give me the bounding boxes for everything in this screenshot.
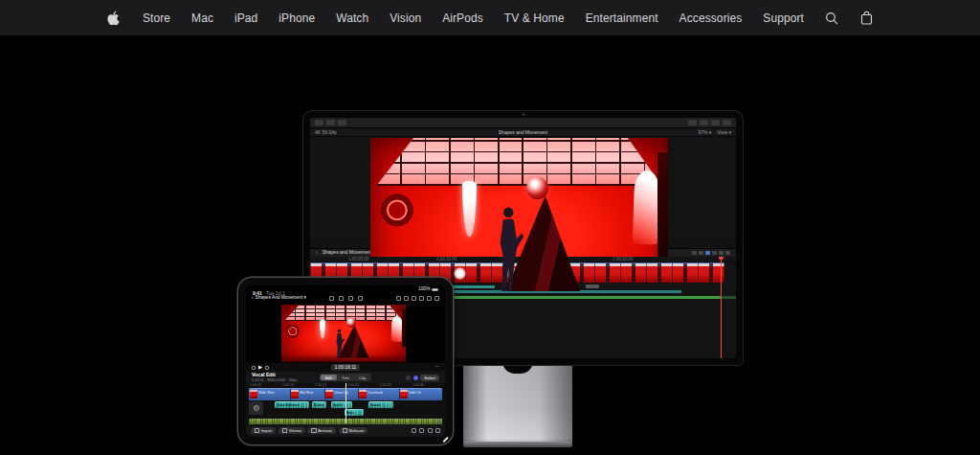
- audio-clip: Drums: [312, 401, 326, 408]
- index-icon: [692, 251, 697, 255]
- effects-icon: [412, 296, 416, 301]
- nav-item-airpods[interactable]: AirPods: [442, 11, 483, 25]
- timeline-back-icon: ‹: [316, 250, 318, 255]
- shopping-bag-icon[interactable]: [860, 11, 875, 25]
- nav-item-mac[interactable]: Mac: [191, 11, 213, 25]
- ruler-tick: 1:00:05: [246, 383, 278, 387]
- ceiling-light-grid: [376, 138, 662, 186]
- browser-toggle-icon: [688, 120, 697, 125]
- ruler-tick: 1:00:30: [409, 383, 441, 387]
- tools-icon: [699, 251, 703, 255]
- browser-icon: [396, 296, 401, 301]
- battery-indicator: 100%: [418, 287, 438, 292]
- ipad-bottom-toolbar: Import Volume Animate Multicam: [246, 424, 445, 437]
- snapping-icon: [712, 251, 717, 255]
- loop-icon: [252, 366, 256, 370]
- music-track-bar-dim: [721, 296, 736, 299]
- fcp-viewer-info-bar: 4K 59.94p Shapes and Movement 97% ▾ View…: [310, 128, 736, 137]
- clip-thumbnail: [359, 390, 367, 398]
- inspector-toggle-icon: [711, 120, 720, 125]
- timecode-chip: 1:00:16:11: [331, 364, 360, 371]
- clip-thumbnail: [400, 390, 408, 398]
- video-clip: Mid Shot: [291, 390, 313, 399]
- frame-highlight: [454, 267, 466, 280]
- multicam-button: Multicam: [339, 427, 368, 435]
- right-doorway: [657, 152, 668, 258]
- fcp-viewer: [310, 137, 736, 239]
- clip-boundary: [290, 389, 291, 400]
- nav-item-iphone[interactable]: iPhone: [278, 11, 315, 25]
- music-track-bar: [406, 296, 721, 299]
- nav-item-support[interactable]: Support: [763, 11, 804, 25]
- segment-clip: Clip: [354, 375, 370, 381]
- person-silhouette: [491, 206, 523, 293]
- audio-clip: Voice Enhance: [275, 401, 309, 408]
- studio-display-stand: [463, 361, 572, 447]
- audio-clip: Synth: [331, 401, 352, 408]
- timeline-tool-icons: [692, 251, 730, 255]
- overwrite-icon: [419, 428, 424, 433]
- insert-icon: [435, 428, 440, 433]
- ipad-device: 9:41 Tue Jul 1 100% ‹ Shapes And Movemen…: [238, 278, 453, 444]
- clip-thumbnail: [325, 390, 333, 398]
- nav-item-watch[interactable]: Watch: [336, 11, 368, 25]
- copy-icon: [339, 296, 344, 301]
- keyframe-box: 0: [249, 401, 263, 415]
- nav-item-tv-home[interactable]: TV & Home: [504, 11, 565, 25]
- back-chevron-icon: ‹: [252, 296, 254, 301]
- person-silhouette: [332, 329, 345, 359]
- clip-boundary: [324, 389, 325, 400]
- display-camera-dot: [522, 113, 524, 116]
- ruler-tick: 1:00:15: [311, 383, 344, 387]
- ipad-timeline: 1:00:05 1:00:10 1:00:15 1:00:20 1:00:25 …: [246, 383, 445, 437]
- video-clip: Side On: [400, 390, 421, 399]
- floating-sphere: [346, 318, 356, 328]
- audio-solo-icon: [719, 251, 724, 255]
- audio-clip: Vocals: [368, 401, 393, 408]
- ipad-status-bar: 9:41 Tue Jul 1 100%: [246, 285, 445, 293]
- right-arch-window: [633, 171, 660, 245]
- keyword-editor-icon: [338, 120, 346, 125]
- undo-icon: [329, 296, 334, 301]
- resize-handle-icon: [442, 437, 448, 443]
- video-clip: Wide Shot: [250, 390, 275, 399]
- left-light-slit: [320, 320, 325, 339]
- nav-item-ipad[interactable]: iPad: [234, 11, 257, 25]
- play-icon: ▶: [258, 365, 262, 371]
- nav-item-accessories[interactable]: Accessories: [679, 11, 743, 25]
- skimming-icon: [705, 251, 710, 255]
- titles-icon: [404, 296, 409, 301]
- ruler-tick: 1:00:05:00: [310, 257, 398, 262]
- right-tool-icons: [396, 296, 439, 301]
- video-frame-red-room-ipad: [281, 305, 406, 362]
- left-light-slit: [462, 181, 476, 237]
- nav-item-store[interactable]: Store: [143, 11, 170, 25]
- ipad-transport-bar: ▶ 1:00:16:11 ⋯: [246, 363, 445, 372]
- clip-thumbnail: [291, 390, 299, 398]
- mode-segmented-control: Edit Trim Clip: [320, 374, 371, 381]
- audio-clip: Bass: [345, 409, 364, 416]
- nav-item-entertainment[interactable]: Entertainment: [586, 11, 658, 25]
- segment-edit: Edit: [321, 375, 337, 381]
- global-nav: Store Mac iPad iPhone Watch Vision AirPo…: [0, 0, 980, 35]
- project-meta: 1:02:21 · 3840×2160 · 30fps: [252, 378, 298, 382]
- clip-thumbnail: [250, 390, 257, 398]
- ruler-tick: 1:00:10:00: [398, 257, 486, 262]
- playhead: [721, 257, 722, 359]
- wall-ring: [379, 193, 417, 231]
- apple-logo-icon[interactable]: [107, 11, 122, 25]
- battery-icon: [432, 288, 438, 291]
- right-doorway: [402, 309, 406, 346]
- search-icon[interactable]: [825, 11, 839, 25]
- append-icon: [428, 428, 433, 433]
- keyframe-value: 0: [254, 405, 259, 411]
- timeline-project-title: Shapes and Movement ▾: [323, 250, 375, 255]
- share-icon: [723, 120, 731, 125]
- ipad-project-header: Vocal Edit 1:02:21 · 3840×2160 · 30fps E…: [246, 372, 445, 383]
- ipad-app-toolbar: ‹ Shapes And Movement ▾: [246, 293, 445, 304]
- fcp-mac-toolbar: [310, 118, 736, 128]
- select-button: Select: [420, 375, 439, 381]
- final-cut-pro-ipad-app: 9:41 Tue Jul 1 100% ‹ Shapes And Movemen…: [246, 285, 445, 437]
- nav-item-vision[interactable]: Vision: [390, 11, 421, 25]
- bottom-right-icons: [412, 428, 441, 433]
